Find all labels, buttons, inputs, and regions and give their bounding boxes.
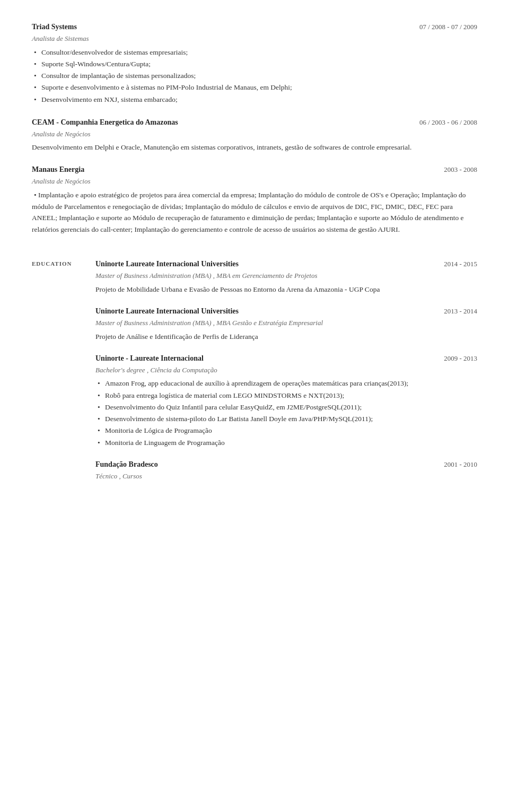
edu-dates-3: 2001 - 2010 [444, 459, 477, 470]
edu-uninorte-2014: Uninorte Laureate Internacional Universi… [95, 305, 477, 342]
company-name-ceam: CEAM - Companhia Energetica do Amazonas [32, 117, 178, 128]
bullet-item: Consultor de implantação de sistemas per… [32, 71, 477, 81]
edu-project-0: Projeto de Mobilidade Urbana e Evasão de… [95, 284, 477, 295]
job-dates-manaus: 2003 - 2008 [444, 164, 477, 175]
edu-institution-3: Fundação Bradesco [95, 459, 158, 470]
bullet-item: Suporte e desenvolvimento e à sistemas n… [32, 82, 477, 93]
education-content: Uninorte Laureate Internacional Universi… [95, 258, 477, 492]
job-inline-text-manaus: • Implantação e apoio estratégico de pro… [32, 189, 477, 235]
job-role-manaus: Analista de Negócios [32, 176, 477, 187]
bullet-item: Desenvolvimento de sistema-piloto do Lar… [95, 414, 477, 424]
edu-dates-0: 2014 - 2015 [444, 259, 477, 269]
edu-project-1: Projeto de Análise e Identificação de Pe… [95, 331, 477, 342]
company-name-triad: Triad Systems [32, 21, 77, 32]
job-ceam: CEAM - Companhia Energetica do Amazonas … [32, 117, 477, 153]
job-role-ceam: Analista de Negócios [32, 129, 477, 139]
edu-institution-2: Uninorte - Laureate Internacional [95, 353, 204, 364]
edu-degree-1: Master of Business Administration (MBA) … [95, 318, 477, 328]
bullet-item: Consultor/desenvolvedor de sistemas empr… [32, 47, 477, 58]
edu-dates-1: 2013 - 2014 [444, 306, 477, 317]
company-name-manaus: Manaus Energia [32, 164, 84, 175]
edu-uninorte-2015: Uninorte Laureate Internacional Universi… [95, 258, 477, 295]
job-bullets-triad: Consultor/desenvolvedor de sistemas empr… [32, 47, 477, 105]
bullet-item: Desenvolvimento do Quiz Infantil para ce… [95, 402, 477, 413]
education-label: EDUCATION [32, 258, 95, 492]
job-manaus: Manaus Energia 2003 - 2008 Analista de N… [32, 164, 477, 235]
edu-uninorte-2013: Uninorte - Laureate Internacional 2009 -… [95, 353, 477, 448]
bullet-item: Monitoria de Linguagem de Programação [95, 438, 477, 448]
job-description-ceam: Desenvolvimento em Delphi e Oracle, Manu… [32, 142, 477, 153]
education-section: EDUCATION Uninorte Laureate Internaciona… [32, 258, 477, 492]
job-role-triad: Analista de Sistemas [32, 33, 477, 44]
edu-degree-3: Técnico , Cursos [95, 471, 477, 482]
bullet-item: Amazon Frog, app educacional de auxílio … [95, 378, 477, 389]
edu-institution-0: Uninorte Laureate Internacional Universi… [95, 258, 239, 269]
bullet-item: Monitoria de Lógica de Programação [95, 425, 477, 436]
edu-bullets-2: Amazon Frog, app educacional de auxílio … [95, 378, 477, 448]
job-triad: Triad Systems 07 / 2008 - 07 / 2009 Anal… [32, 21, 477, 106]
edu-institution-1: Uninorte Laureate Internacional Universi… [95, 305, 239, 317]
job-dates-ceam: 06 / 2003 - 06 / 2008 [419, 117, 477, 128]
edu-degree-2: Bachelor's degree , Ciência da Computaçã… [95, 365, 477, 376]
edu-degree-0: Master of Business Administration (MBA) … [95, 270, 477, 281]
bullet-item: Robô para entrega logística de material … [95, 390, 477, 401]
edu-dates-2: 2009 - 2013 [444, 353, 477, 364]
bullet-item: Desenvolvimento em NXJ, sistema embarcad… [32, 94, 477, 105]
edu-bradesco: Fundação Bradesco 2001 - 2010 Técnico , … [95, 459, 477, 482]
bullet-item: Suporte Sql-Windows/Centura/Gupta; [32, 59, 477, 69]
job-dates-triad: 07 / 2008 - 07 / 2009 [419, 22, 477, 32]
